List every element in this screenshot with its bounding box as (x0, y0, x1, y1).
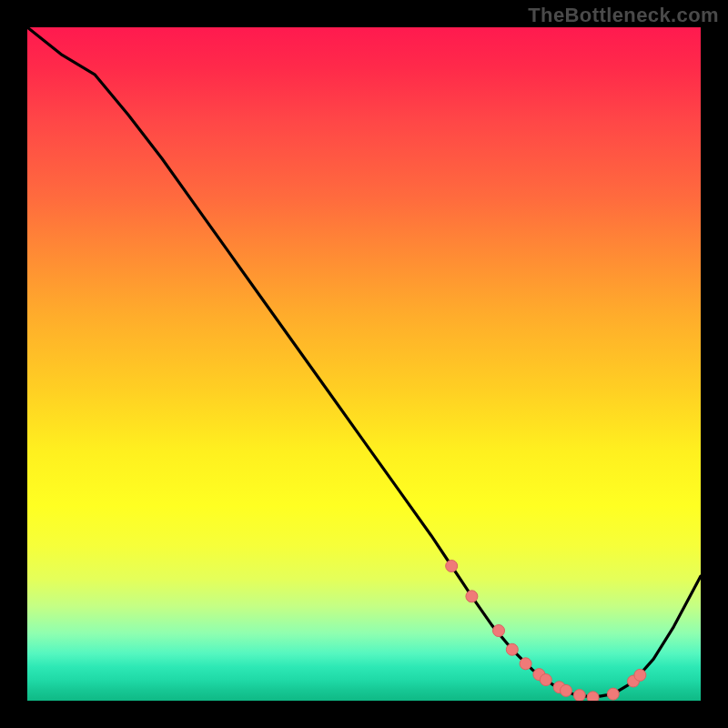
highlight-point (506, 643, 518, 655)
highlight-point (587, 692, 599, 701)
highlight-points (446, 561, 646, 702)
highlight-point (466, 591, 478, 602)
bottleneck-curve (27, 27, 701, 697)
highlight-point (607, 688, 619, 700)
highlight-point (493, 625, 505, 637)
highlight-point (520, 658, 531, 670)
highlight-point (561, 684, 572, 696)
highlight-point (540, 674, 551, 686)
plot-area (27, 27, 701, 701)
chart-svg (27, 27, 701, 701)
watermark-text: TheBottleneck.com (528, 4, 719, 27)
chart-frame: TheBottleneck.com (0, 0, 728, 728)
highlight-point (573, 690, 585, 701)
highlight-point (446, 561, 458, 572)
highlight-point (634, 669, 646, 681)
